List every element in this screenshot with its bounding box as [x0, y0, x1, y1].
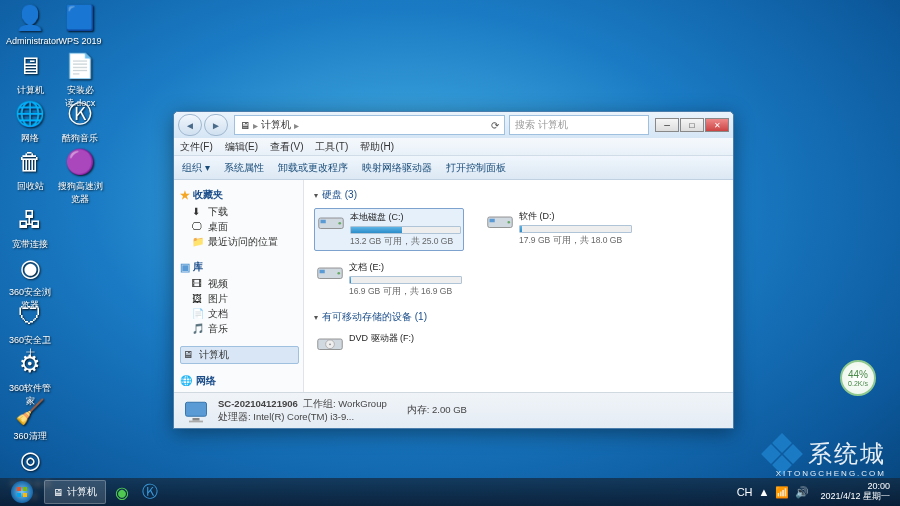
close-button[interactable]: ✕ [705, 118, 729, 132]
menu-item[interactable]: 查看(V) [270, 140, 303, 154]
drive-item[interactable]: 软件 (D:) 17.9 GB 可用，共 18.0 GB [484, 208, 634, 251]
sidebar-item[interactable]: 📄文档 [192, 307, 299, 321]
sidebar-libraries[interactable]: ▣库 [180, 260, 299, 274]
content-pane: 硬盘 (3) 本地磁盘 (C:) 13.2 GB 可用，共 25.0 GB 软件… [304, 180, 733, 392]
computer-icon [182, 397, 210, 425]
search-input[interactable]: 搜索 计算机 [509, 115, 649, 135]
sidebar-item[interactable]: 🎞视频 [192, 277, 299, 291]
svg-rect-1 [321, 220, 326, 224]
explorer-window: ◄ ► 🖥 ▸ 计算机 ▸ ⟳ 搜索 计算机 ─ □ ✕ 文件(F)编辑(E)查… [173, 111, 734, 429]
sogou-icon: 🟣 [64, 146, 96, 178]
desktop-icon-sogou[interactable]: 🟣搜狗高速浏览器 [56, 146, 104, 206]
drive-item[interactable]: 文档 (E:) 16.9 GB 可用，共 16.9 GB [314, 259, 464, 300]
desktop-icon-kugou[interactable]: Ⓚ酷狗音乐 [56, 98, 104, 145]
desktop-icon-remote[interactable]: 🖧宽带连接 [6, 204, 54, 251]
tray-clock[interactable]: 20:00 2021/4/12 星期一 [820, 482, 890, 502]
desktop-icon-recycle[interactable]: 🗑回收站 [6, 146, 54, 193]
svg-point-8 [337, 272, 340, 275]
sidebar-item[interactable]: 🖼图片 [192, 292, 299, 306]
taskbar-pin-360[interactable]: ◉ [110, 480, 134, 504]
toolbar-item[interactable]: 组织 ▾ [182, 161, 210, 175]
sidebar-favorites[interactable]: ★收藏夹 [180, 188, 299, 202]
wps-icon: 🟦 [64, 2, 96, 34]
address-bar[interactable]: 🖥 ▸ 计算机 ▸ ⟳ [234, 115, 505, 135]
svg-rect-14 [189, 420, 203, 422]
status-bar: SC-202104121906 工作组: WorkGroup 处理器: Inte… [174, 392, 733, 428]
dvd-icon [316, 332, 344, 354]
hdd-icon [317, 211, 345, 233]
sidebar-item[interactable]: 🖵桌面 [192, 220, 299, 234]
svg-point-11 [329, 343, 331, 345]
menu-bar: 文件(F)编辑(E)查看(V)工具(T)帮助(H) [174, 138, 733, 156]
group-hdd[interactable]: 硬盘 (3) [314, 188, 723, 202]
menu-item[interactable]: 帮助(H) [360, 140, 394, 154]
hdd-icon [316, 261, 344, 283]
minimize-button[interactable]: ─ [655, 118, 679, 132]
nav-forward-button[interactable]: ► [204, 114, 228, 136]
drive-item[interactable]: DVD 驱动器 (F:) [314, 330, 464, 356]
refresh-icon[interactable]: ⟳ [491, 120, 499, 131]
taskbar-item-explorer[interactable]: 🖥计算机 [44, 480, 106, 504]
titlebar: ◄ ► 🖥 ▸ 计算机 ▸ ⟳ 搜索 计算机 ─ □ ✕ [174, 112, 733, 138]
computer-name: SC-202104121906 [218, 398, 298, 409]
menu-item[interactable]: 编辑(E) [225, 140, 258, 154]
desktop-icon-computer[interactable]: 🖥计算机 [6, 50, 54, 97]
gadget-cpu[interactable]: 44% 0.2K/s [840, 360, 876, 396]
group-removable[interactable]: 有可移动存储的设备 (1) [314, 310, 723, 324]
tray-lang[interactable]: CH [737, 486, 753, 498]
drive-item[interactable]: 本地磁盘 (C:) 13.2 GB 可用，共 25.0 GB [314, 208, 464, 251]
menu-item[interactable]: 文件(F) [180, 140, 213, 154]
360safe-icon: 🛡 [14, 300, 46, 332]
kugou-icon: Ⓚ [64, 98, 96, 130]
toolbar-item[interactable]: 卸载或更改程序 [278, 161, 348, 175]
docx-icon: 📄 [64, 50, 96, 82]
tray-volume-icon[interactable]: 🔊 [795, 486, 809, 499]
menu-item[interactable]: 工具(T) [315, 140, 348, 154]
sidebar-network[interactable]: 🌐网络 [180, 374, 299, 388]
hdd-icon [486, 210, 514, 232]
taskbar-pin-kugou[interactable]: Ⓚ [138, 480, 162, 504]
360setup-icon: ⚙ [14, 348, 46, 380]
watermark: 系统城 [764, 436, 886, 472]
nav-back-button[interactable]: ◄ [178, 114, 202, 136]
maximize-button[interactable]: □ [680, 118, 704, 132]
desktop-icon-network[interactable]: 🌐网络 [6, 98, 54, 145]
svg-rect-13 [193, 418, 200, 421]
computer-icon: 🖥 [14, 50, 46, 82]
desktop-icon-360clean[interactable]: 🧹360清理 [6, 396, 54, 443]
sidebar: ★收藏夹 ⬇下载🖵桌面📁最近访问的位置 ▣库 🎞视频🖼图片📄文档🎵音乐 🖥计算机… [174, 180, 304, 392]
svg-point-5 [507, 221, 510, 224]
start-button[interactable] [4, 479, 40, 505]
sidebar-item[interactable]: 📁最近访问的位置 [192, 235, 299, 249]
desktop-icon-wps[interactable]: 🟦WPS 2019 [56, 2, 104, 46]
remote-icon: 🖧 [14, 204, 46, 236]
tray-network-icon[interactable]: 📶 [775, 486, 789, 499]
svg-rect-12 [186, 402, 207, 416]
address-path: 计算机 [261, 118, 291, 132]
360clean-icon: 🧹 [14, 396, 46, 428]
taskbar: 🖥计算机 ◉ Ⓚ CH ▲ 📶 🔊 20:00 2021/4/12 星期一 [0, 478, 900, 506]
recycle-icon: 🗑 [14, 146, 46, 178]
sidebar-item[interactable]: ⬇下载 [192, 205, 299, 219]
svg-rect-7 [320, 270, 325, 274]
toolbar-item[interactable]: 映射网络驱动器 [362, 161, 432, 175]
360browser-icon: ◉ [14, 252, 46, 284]
system-tray: CH ▲ 📶 🔊 20:00 2021/4/12 星期一 [734, 482, 896, 502]
tray-flag-icon[interactable]: ▲ [759, 486, 770, 498]
computer-icon: 🖥 [240, 120, 250, 131]
toolbar-item[interactable]: 系统属性 [224, 161, 264, 175]
sidebar-item[interactable]: 🎵音乐 [192, 322, 299, 336]
sidebar-computer[interactable]: 🖥计算机 [180, 346, 299, 364]
watermark-sub: XITONGCHENG.COM [776, 469, 886, 478]
360speed-icon: ◎ [14, 444, 46, 476]
svg-point-2 [338, 222, 341, 225]
administrator-icon: 👤 [14, 2, 46, 34]
svg-rect-4 [490, 219, 495, 223]
desktop-icon-administrator[interactable]: 👤Administrator [6, 2, 54, 46]
toolbar-item[interactable]: 打开控制面板 [446, 161, 506, 175]
toolbar: 组织 ▾系统属性卸载或更改程序映射网络驱动器打开控制面板 [174, 156, 733, 180]
svg-point-15 [11, 481, 33, 503]
network-icon: 🌐 [14, 98, 46, 130]
